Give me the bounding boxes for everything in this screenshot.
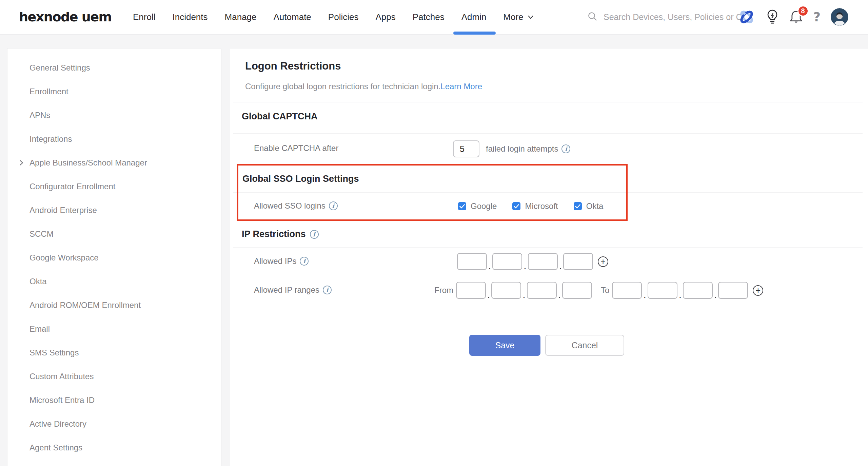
- global-search: [587, 0, 743, 34]
- captcha-attempts-input[interactable]: [453, 140, 479, 157]
- sidebar-item-android-enterprise[interactable]: Android Enterprise: [7, 198, 221, 222]
- google-checkbox-checked[interactable]: [458, 202, 466, 210]
- hexnode-genie-icon[interactable]: [737, 8, 756, 26]
- allowed-ip-octet-4-input[interactable]: [563, 253, 593, 270]
- sso-option-okta[interactable]: Okta: [574, 201, 604, 211]
- range-from-octet-2-input[interactable]: [491, 282, 521, 299]
- sidebar-item-okta[interactable]: Okta: [7, 270, 221, 293]
- divider: [233, 133, 863, 134]
- sidebar-item-android-rom-oem-enrollment[interactable]: Android ROM/OEM Enrollment: [7, 293, 221, 317]
- nav-item-enroll[interactable]: Enroll: [133, 0, 155, 34]
- nav-item-more[interactable]: More: [503, 0, 534, 34]
- admin-settings-sidebar: General Settings Enrollment APNs Integra…: [7, 48, 221, 466]
- header-icon-cluster: 8 ?: [737, 0, 848, 34]
- sso-options-group: Google Microsoft Okta: [458, 198, 603, 214]
- sidebar-item-enrollment[interactable]: Enrollment: [7, 80, 221, 103]
- chevron-down-icon: [527, 13, 534, 21]
- from-label: From: [434, 286, 453, 295]
- global-sso-login-settings-heading: Global SSO Login Settings: [242, 174, 359, 184]
- info-icon[interactable]: i: [561, 144, 570, 153]
- ip-restrictions-heading: IP Restrictions i: [242, 229, 319, 239]
- nav-item-manage[interactable]: Manage: [225, 0, 257, 34]
- hexnode-logo[interactable]: hexnode uem: [19, 0, 112, 34]
- range-from-octet-3-input[interactable]: [527, 282, 557, 299]
- sso-option-microsoft[interactable]: Microsoft: [512, 201, 558, 211]
- info-icon[interactable]: i: [310, 230, 319, 239]
- failed-login-attempts-label: failed login attempts i: [486, 144, 570, 154]
- help-icon[interactable]: ?: [813, 11, 821, 23]
- divider: [233, 102, 863, 102]
- sidebar-item-microsoft-entra-id[interactable]: Microsoft Entra ID: [7, 388, 221, 412]
- sso-option-google[interactable]: Google: [458, 201, 497, 211]
- info-icon[interactable]: i: [329, 201, 338, 210]
- sidebar-item-google-workspace[interactable]: Google Workspace: [7, 246, 221, 270]
- allowed-ip-octet-3-input[interactable]: [528, 253, 558, 270]
- user-avatar[interactable]: [831, 8, 848, 26]
- logon-restrictions-panel: Logon Restrictions Configure global logo…: [230, 48, 868, 466]
- allowed-ip-ranges-input-group: From . . . To . . . +: [434, 282, 763, 299]
- nav-item-admin[interactable]: Admin: [461, 0, 487, 34]
- range-from-octet-4-input[interactable]: [562, 282, 592, 299]
- allowed-ips-input-group: . . . +: [457, 253, 608, 270]
- nav-item-patches[interactable]: Patches: [413, 0, 445, 34]
- sidebar-item-apple-business-school-manager[interactable]: Apple Business/School Manager: [7, 151, 221, 175]
- chevron-right-icon: [18, 159, 25, 166]
- divider: [233, 192, 863, 193]
- nav-item-apps[interactable]: Apps: [375, 0, 395, 34]
- sidebar-item-active-directory[interactable]: Active Directory: [7, 412, 221, 436]
- range-to-octet-1-input[interactable]: [612, 282, 642, 299]
- sidebar-item-custom-attributes[interactable]: Custom Attributes: [7, 365, 221, 388]
- range-to-octet-3-input[interactable]: [683, 282, 713, 299]
- whats-new-bulb-icon[interactable]: [766, 9, 779, 25]
- nav-item-incidents[interactable]: Incidents: [172, 0, 208, 34]
- allowed-ips-label: Allowed IPs i: [254, 256, 309, 266]
- save-button[interactable]: Save: [469, 335, 540, 356]
- sidebar-item-integrations[interactable]: Integrations: [7, 127, 221, 151]
- nav-item-policies[interactable]: Policies: [328, 0, 359, 34]
- allowed-ip-octet-2-input[interactable]: [492, 253, 522, 270]
- add-ip-range-icon[interactable]: +: [753, 285, 763, 296]
- top-navigation-bar: hexnode uem Enroll Incidents Manage Auto…: [0, 0, 868, 35]
- range-from-octet-1-input[interactable]: [456, 282, 486, 299]
- info-icon[interactable]: i: [300, 257, 309, 266]
- search-icon: [587, 11, 597, 23]
- allowed-sso-logins-label: Allowed SSO logins i: [254, 201, 338, 211]
- sidebar-item-email[interactable]: Email: [7, 317, 221, 341]
- allowed-ip-octet-1-input[interactable]: [457, 253, 487, 270]
- search-input[interactable]: [603, 12, 743, 22]
- range-to-octet-4-input[interactable]: [718, 282, 748, 299]
- allowed-ip-ranges-label: Allowed IP ranges i: [254, 285, 332, 295]
- notification-count-badge: 8: [797, 5, 809, 17]
- sidebar-item-configurator-enrollment[interactable]: Configurator Enrollment: [7, 175, 221, 198]
- sidebar-item-agent-settings[interactable]: Agent Settings: [7, 436, 221, 460]
- info-icon[interactable]: i: [323, 286, 332, 294]
- global-captcha-heading: Global CAPTCHA: [242, 111, 318, 122]
- nav-item-automate[interactable]: Automate: [274, 0, 311, 34]
- main-menu: Enroll Incidents Manage Automate Policie…: [133, 0, 534, 34]
- divider: [233, 247, 863, 248]
- range-to-octet-2-input[interactable]: [648, 282, 677, 299]
- okta-checkbox-checked[interactable]: [574, 202, 582, 210]
- cancel-button[interactable]: Cancel: [545, 335, 624, 356]
- to-label: To: [601, 286, 609, 295]
- notifications-bell-icon[interactable]: 8: [789, 9, 803, 24]
- page-subtitle: Configure global logon restrictions for …: [245, 82, 482, 91]
- sidebar-item-sccm[interactable]: SCCM: [7, 222, 221, 246]
- microsoft-checkbox-checked[interactable]: [512, 202, 520, 210]
- enable-captcha-after-label: Enable CAPTCHA after: [254, 143, 338, 153]
- add-allowed-ip-icon[interactable]: +: [598, 256, 608, 267]
- sidebar-item-sms-settings[interactable]: SMS Settings: [7, 341, 221, 365]
- learn-more-link[interactable]: Learn More: [440, 82, 482, 91]
- hexnode-uem-app: hexnode uem Enroll Incidents Manage Auto…: [0, 0, 868, 466]
- sidebar-item-apns[interactable]: APNs: [7, 103, 221, 127]
- page-title: Logon Restrictions: [245, 60, 341, 72]
- sidebar-item-general-settings[interactable]: General Settings: [7, 56, 221, 80]
